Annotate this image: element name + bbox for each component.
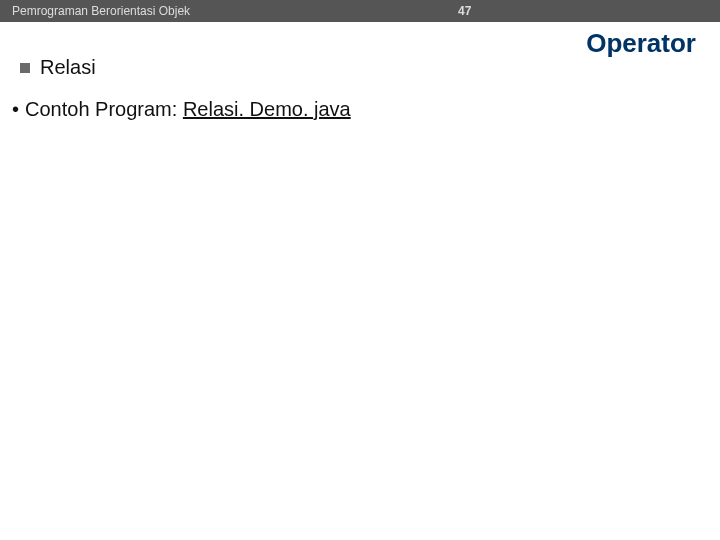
course-name: Pemrograman Berorientasi Objek bbox=[12, 4, 190, 18]
slide-title: Operator bbox=[586, 28, 696, 59]
dot-bullet-icon: • bbox=[12, 98, 19, 120]
subheading-text: Relasi bbox=[40, 56, 96, 78]
subheading-row: Relasi bbox=[20, 56, 96, 79]
demo-file-link[interactable]: Relasi. Demo. java bbox=[183, 98, 351, 120]
slide: Pemrograman Berorientasi Objek 47 Operat… bbox=[0, 0, 720, 540]
slide-number: 47 bbox=[458, 4, 471, 18]
body-line: •Contoh Program: Relasi. Demo. java bbox=[12, 98, 351, 121]
body-prefix: Contoh Program: bbox=[25, 98, 183, 120]
slide-top-bar: Pemrograman Berorientasi Objek 47 bbox=[0, 0, 720, 22]
square-bullet-icon bbox=[20, 63, 30, 73]
